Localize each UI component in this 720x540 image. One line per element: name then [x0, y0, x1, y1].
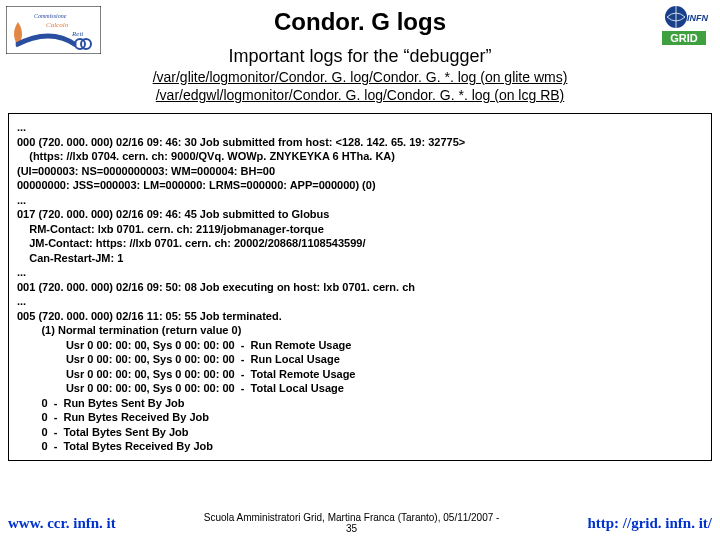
footer-link-left[interactable]: www. ccr. infn. it: [8, 515, 116, 532]
log-output-box: ... 000 (720. 000. 000) 02/16 09: 46: 30…: [8, 113, 712, 461]
svg-text:Reti: Reti: [71, 30, 83, 38]
log-path-wms: /var/glite/logmonitor/Condor. G. log/Con…: [0, 69, 720, 85]
log-path-rb: /var/edgwl/logmonitor/Condor. G. log/Con…: [0, 87, 720, 103]
svg-text:Calcolo: Calcolo: [46, 21, 69, 29]
footer: www. ccr. infn. it Scuola Amministratori…: [0, 512, 720, 534]
ccr-logo-icon: Commissione Calcolo Reti: [6, 6, 101, 54]
svg-text:Commissione: Commissione: [34, 13, 67, 19]
slide-title: Condor. G logs: [274, 8, 446, 36]
infn-grid-logo-icon: INFN GRID: [654, 4, 714, 52]
svg-text:INFN: INFN: [687, 13, 708, 23]
subtitle: Important logs for the “debugger”: [0, 46, 720, 67]
svg-text:GRID: GRID: [670, 32, 698, 44]
footer-caption: Scuola Amministratori Grid, Martina Fran…: [116, 512, 588, 534]
header: Commissione Calcolo Reti Condor. G logs …: [0, 0, 720, 40]
footer-link-right[interactable]: http: //grid. infn. it/: [587, 515, 712, 532]
